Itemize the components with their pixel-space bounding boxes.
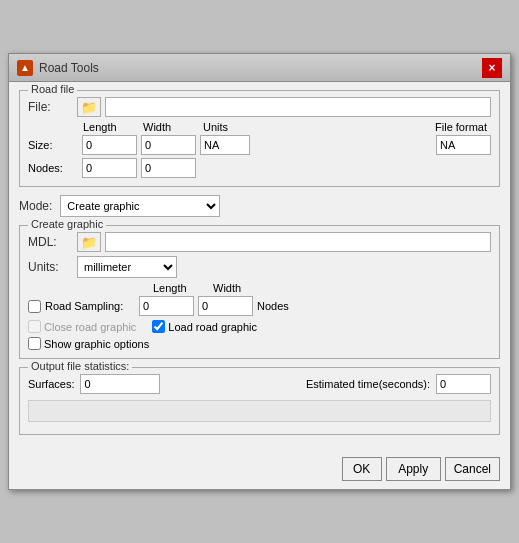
- units-select[interactable]: millimeter inch foot meter: [77, 256, 177, 278]
- load-road-item: Load road graphic: [152, 320, 257, 333]
- title-bar-left: ▲ Road Tools: [17, 60, 99, 76]
- file-browse-button[interactable]: 📁: [77, 97, 101, 117]
- main-window: ▲ Road Tools × Road file File: 📁 Length …: [8, 53, 511, 490]
- nodes-row: Nodes:: [28, 158, 491, 178]
- col-length-header: Length: [83, 121, 143, 133]
- close-button[interactable]: ×: [482, 58, 502, 78]
- col-ff-header: File format: [435, 121, 491, 133]
- create-graphic-label: Create graphic: [28, 218, 106, 230]
- file-label: File:: [28, 100, 73, 114]
- mdl-input[interactable]: [105, 232, 491, 252]
- ok-button[interactable]: OK: [342, 457, 382, 481]
- road-sampling-width-input[interactable]: [198, 296, 253, 316]
- surfaces-input[interactable]: [80, 374, 160, 394]
- lw-length-header: Length: [153, 282, 213, 294]
- col-width-header: Width: [143, 121, 203, 133]
- mode-row: Mode: Create graphic Edit graphic Import: [19, 195, 500, 217]
- size-row: Size:: [28, 135, 491, 155]
- close-load-row: Close road graphic Load road graphic: [28, 320, 491, 333]
- apply-button[interactable]: Apply: [386, 457, 441, 481]
- bottom-buttons: OK Apply Cancel: [9, 451, 510, 489]
- size-ff-input[interactable]: [436, 135, 491, 155]
- window-title: Road Tools: [39, 61, 99, 75]
- nodes-width-input[interactable]: [141, 158, 196, 178]
- road-file-label: Road file: [28, 83, 77, 95]
- close-road-checkbox[interactable]: [28, 320, 41, 333]
- surfaces-label: Surfaces:: [28, 378, 74, 390]
- progress-bar: [28, 400, 491, 422]
- load-road-label[interactable]: Load road graphic: [168, 321, 257, 333]
- size-units-input[interactable]: [200, 135, 250, 155]
- close-road-item: Close road graphic: [28, 320, 136, 333]
- nodes-length-input[interactable]: [82, 158, 137, 178]
- road-file-group: Road file File: 📁 Length Width Units Fil…: [19, 90, 500, 187]
- road-sampling-row: Road Sampling: Nodes: [28, 296, 491, 316]
- est-time-label: Estimated time(seconds):: [306, 378, 430, 390]
- output-stats-label: Output file statistics:: [28, 360, 132, 372]
- mdl-browse-button[interactable]: 📁: [77, 232, 101, 252]
- col-units-header: Units: [203, 121, 258, 133]
- road-sampling-length-input[interactable]: [139, 296, 194, 316]
- size-length-input[interactable]: [82, 135, 137, 155]
- mode-select[interactable]: Create graphic Edit graphic Import: [60, 195, 220, 217]
- nodes-label: Nodes:: [28, 162, 78, 174]
- size-col-headers: Length Width Units File format: [83, 121, 491, 133]
- lw-width-header: Width: [213, 282, 273, 294]
- lw-headers: Length Width: [153, 282, 491, 294]
- output-stats-group: Output file statistics: Surfaces: Estima…: [19, 367, 500, 435]
- est-time-input[interactable]: [436, 374, 491, 394]
- road-sampling-checkbox[interactable]: [28, 300, 41, 313]
- mdl-row: MDL: 📁: [28, 232, 491, 252]
- show-graphic-label[interactable]: Show graphic options: [44, 338, 149, 350]
- file-input[interactable]: [105, 97, 491, 117]
- title-bar: ▲ Road Tools ×: [9, 54, 510, 82]
- create-graphic-group: Create graphic MDL: 📁 Units: millimeter …: [19, 225, 500, 359]
- app-icon: ▲: [17, 60, 33, 76]
- output-stats-row: Surfaces: Estimated time(seconds):: [28, 374, 491, 394]
- mdl-label: MDL:: [28, 235, 73, 249]
- size-width-input[interactable]: [141, 135, 196, 155]
- show-graphic-row: Show graphic options: [28, 337, 491, 350]
- load-road-checkbox[interactable]: [152, 320, 165, 333]
- file-row: File: 📁: [28, 97, 491, 117]
- cancel-button[interactable]: Cancel: [445, 457, 500, 481]
- size-label: Size:: [28, 139, 78, 151]
- content-area: Road file File: 📁 Length Width Units Fil…: [9, 82, 510, 451]
- nodes-suffix-label: Nodes: [257, 300, 289, 312]
- units-label: Units:: [28, 260, 73, 274]
- road-sampling-label[interactable]: Road Sampling:: [45, 300, 135, 312]
- show-graphic-checkbox[interactable]: [28, 337, 41, 350]
- close-road-label[interactable]: Close road graphic: [44, 321, 136, 333]
- mode-label: Mode:: [19, 199, 52, 213]
- units-row: Units: millimeter inch foot meter: [28, 256, 491, 278]
